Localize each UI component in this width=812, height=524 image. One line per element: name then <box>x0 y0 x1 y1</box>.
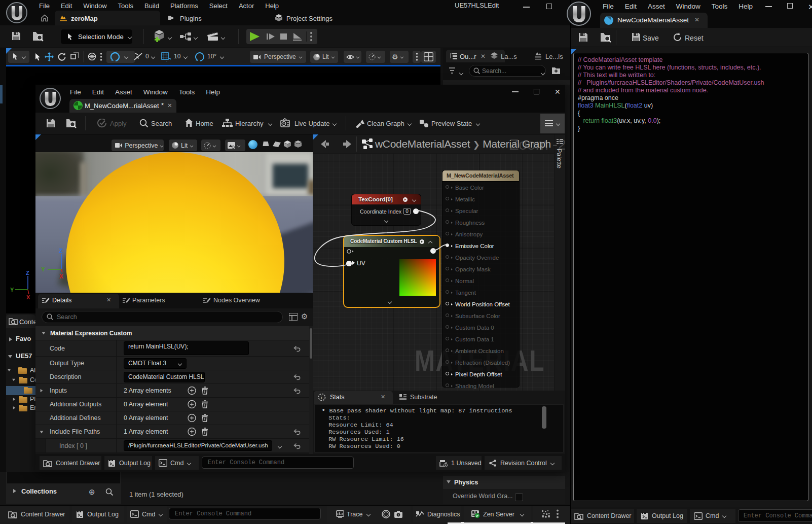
svg-text:X: X <box>26 294 30 299</box>
svg-text:X: X <box>59 273 63 280</box>
svg-text:Z: Z <box>59 248 62 255</box>
svg-text:Y: Y <box>41 266 45 273</box>
svg-text:Z: Z <box>26 270 29 276</box>
svg-text:Y: Y <box>10 287 14 293</box>
svg-text:i: i <box>321 395 322 400</box>
